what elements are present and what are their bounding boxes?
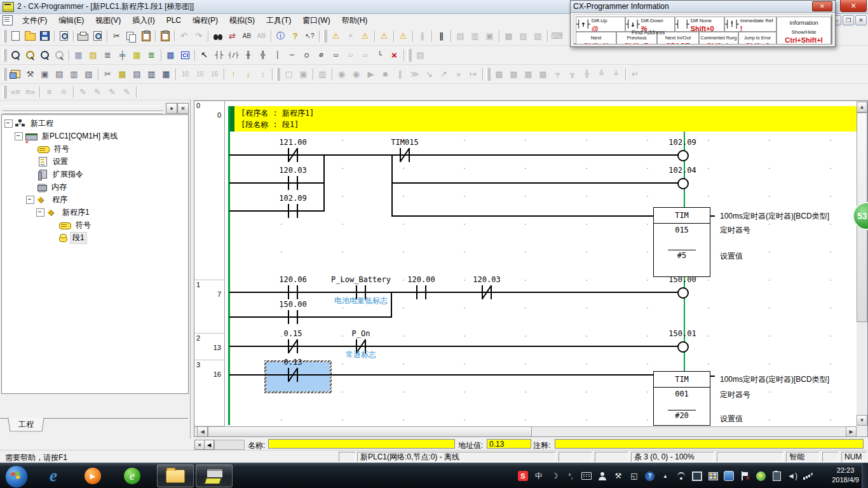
- collapse-icon[interactable]: [26, 196, 34, 204]
- align-1-icon[interactable]: [42, 85, 57, 99]
- menu-file[interactable]: 文件(F): [17, 14, 53, 27]
- print-find-icon[interactable]: [57, 29, 71, 43]
- calendar-icon[interactable]: [708, 471, 718, 481]
- edit-mode-3-icon[interactable]: [105, 85, 119, 99]
- scroll-up-button[interactable]: ▲: [857, 102, 867, 112]
- menu-program[interactable]: 编程(P): [187, 14, 224, 27]
- print-icon[interactable]: [76, 29, 90, 43]
- address-reference-icon[interactable]: [100, 48, 115, 62]
- new-icon[interactable]: [8, 29, 23, 43]
- view-mnemonic-icon[interactable]: [52, 67, 67, 81]
- taskbar-file-explorer[interactable]: [157, 464, 194, 487]
- cascade-windows-icon[interactable]: [8, 67, 23, 81]
- toolbar-grip[interactable]: [323, 30, 327, 43]
- rung-comment-icon[interactable]: [86, 48, 100, 62]
- toolbar-grip[interactable]: [3, 30, 7, 43]
- volume-icon[interactable]: ◄): [787, 471, 797, 481]
- delete-line-icon[interactable]: [387, 48, 402, 62]
- rung-header-1[interactable]: 1 7: [194, 280, 224, 334]
- tree-item-project[interactable]: 新工程: [4, 118, 55, 129]
- comment-field[interactable]: [555, 439, 864, 449]
- address-field[interactable]: 0.13: [487, 439, 531, 449]
- contact-nc-tim015[interactable]: [397, 148, 413, 162]
- io-comment-icon[interactable]: [115, 48, 130, 62]
- display-signed-decimal-icon[interactable]: [193, 67, 207, 81]
- info-icon[interactable]: [273, 29, 288, 43]
- diff-monitor-3-icon[interactable]: [521, 67, 536, 81]
- ime-punctuation-icon[interactable]: °,: [566, 471, 576, 481]
- tab-project[interactable]: 工程: [8, 417, 44, 431]
- view-symbol-icon[interactable]: [37, 67, 52, 81]
- find-warn-icon[interactable]: [358, 29, 372, 43]
- new-contact-icon[interactable]: [212, 48, 226, 62]
- coil-150-01[interactable]: [677, 341, 689, 353]
- contact-nc-0-13[interactable]: [285, 368, 301, 382]
- contact-nc-0-15[interactable]: [285, 339, 301, 353]
- properties-icon[interactable]: [81, 67, 96, 81]
- new-closed-coil-icon[interactable]: [314, 48, 329, 62]
- coil-102-09[interactable]: [677, 150, 689, 161]
- tree-item-settings[interactable]: 设置: [37, 156, 70, 167]
- contact-no-102-09[interactable]: [285, 204, 301, 218]
- tree-item-programs[interactable]: 程序: [26, 194, 69, 205]
- paste-icon[interactable]: [139, 29, 153, 43]
- replace-icon[interactable]: [225, 29, 240, 43]
- diff-up-monitor-icon[interactable]: [550, 67, 565, 81]
- undo-icon[interactable]: [177, 29, 191, 43]
- memory-view-icon[interactable]: [144, 67, 159, 81]
- run-simulation-icon[interactable]: [363, 67, 378, 81]
- toolbar-grip[interactable]: [407, 49, 412, 62]
- user-icon[interactable]: [597, 471, 607, 481]
- stop-simulation-icon[interactable]: [378, 67, 393, 81]
- online-edit-warn-icon[interactable]: [343, 29, 358, 43]
- tree-item-symbols[interactable]: 符号: [37, 143, 71, 154]
- edit-mode-1-icon[interactable]: [76, 85, 90, 99]
- rung-header-2[interactable]: 2 13: [194, 334, 224, 360]
- toolbar-grip[interactable]: [276, 68, 280, 81]
- view-cross-reference-icon[interactable]: [67, 67, 81, 81]
- workspace-dropdown-button[interactable]: ▾: [166, 103, 177, 114]
- pause-warn-icon[interactable]: [415, 29, 430, 43]
- invert-instruction-icon[interactable]: [358, 48, 372, 62]
- coil-150-00[interactable]: [677, 287, 689, 299]
- find-icon[interactable]: [210, 29, 225, 43]
- tray-expand-icon[interactable]: ▲: [660, 471, 670, 481]
- tim-instruction-015[interactable]: TIM 015 #5: [653, 207, 710, 277]
- contact-nc-121-00[interactable]: [285, 148, 301, 162]
- horizontal-line-icon[interactable]: [285, 48, 299, 62]
- messenger-icon[interactable]: [724, 471, 734, 481]
- tree-item-plc[interactable]: 新PLC1[CQM1H] 离线: [15, 130, 119, 142]
- pause-icon[interactable]: [434, 29, 449, 43]
- window-view-1-icon[interactable]: [453, 29, 468, 43]
- new-or-contact-icon[interactable]: [241, 48, 255, 62]
- action-center-icon[interactable]: [740, 471, 750, 481]
- workspace-grip[interactable]: [3, 105, 163, 111]
- tree-item-section1[interactable]: 段1: [59, 232, 87, 243]
- force-set-icon[interactable]: [334, 67, 349, 81]
- ladder-canvas[interactable]: [程序名 : 新程序1] [段名称 : 段1] 121.00 TIM015: [224, 101, 857, 426]
- transfer-warn-icon[interactable]: [396, 29, 410, 43]
- diff-monitor-1-icon[interactable]: [492, 67, 506, 81]
- find-next-icon[interactable]: [240, 29, 254, 43]
- menu-simulation[interactable]: 模拟(S): [224, 14, 261, 27]
- antivirus-icon[interactable]: +: [756, 471, 766, 481]
- open-icon[interactable]: [23, 29, 37, 43]
- window-close-button[interactable]: ✕: [840, 0, 867, 12]
- toolbar-grip[interactable]: [3, 49, 7, 62]
- online-edit-icon[interactable]: [413, 48, 428, 62]
- collapse-icon[interactable]: [4, 119, 13, 128]
- step-run-icon[interactable]: [407, 67, 422, 81]
- zoom-out-icon[interactable]: [52, 48, 67, 62]
- share-icon[interactable]: ◱: [629, 471, 639, 481]
- taskbar-internet-explorer[interactable]: e: [39, 464, 67, 487]
- find-previous-icon[interactable]: [254, 29, 269, 43]
- help-icon[interactable]: [288, 29, 302, 43]
- taskbar-media-player[interactable]: ▶: [79, 464, 107, 487]
- tree-item-memory[interactable]: 内存: [37, 181, 69, 193]
- pause-simulation-icon[interactable]: [393, 67, 407, 81]
- new-coil-icon[interactable]: [299, 48, 314, 62]
- indent-left-icon[interactable]: [8, 85, 23, 99]
- select-arrow-icon[interactable]: [197, 48, 212, 62]
- contact-no-150-00[interactable]: [285, 310, 301, 324]
- continuous-step-icon[interactable]: [451, 67, 466, 81]
